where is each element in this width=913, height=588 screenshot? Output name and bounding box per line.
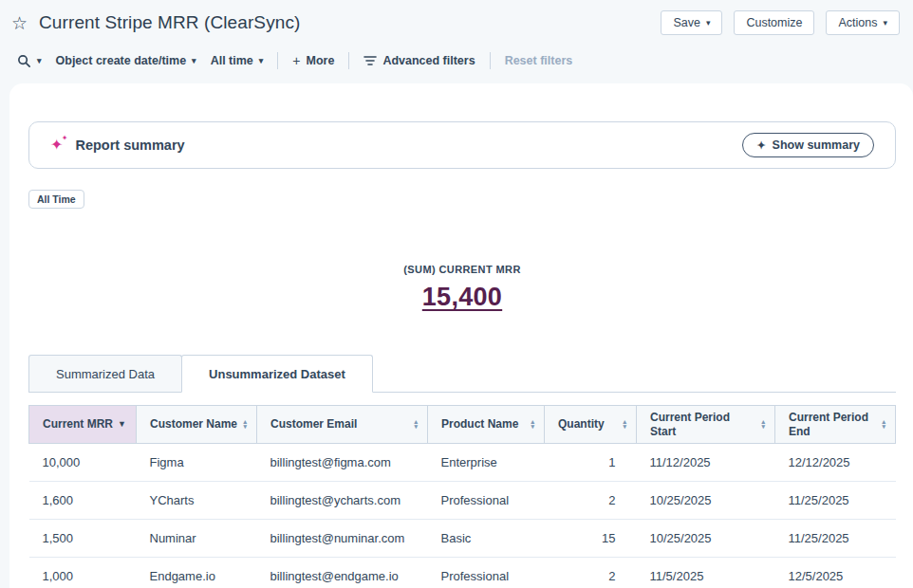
sort-icon: ▴▾ <box>761 420 765 429</box>
page-title: Current Stripe MRR (ClearSync) <box>39 12 300 33</box>
column-header-customer-email[interactable]: Customer Email▴▾ <box>257 406 428 444</box>
favorite-star-icon[interactable]: ☆ <box>11 14 28 32</box>
date-range-filter[interactable]: All time ▾ <box>211 54 264 67</box>
more-filters-button[interactable]: + More <box>292 53 334 68</box>
table-cell: 2 <box>545 482 637 520</box>
column-header-current-mrr[interactable]: Current MRR▼ <box>29 406 137 444</box>
table-cell: 1,600 <box>29 482 137 520</box>
actions-button-label: Actions <box>838 16 877 29</box>
tab-summarized-data[interactable]: Summarized Data <box>28 355 182 392</box>
page-header: ☆ Current Stripe MRR (ClearSync) Save ▾ … <box>0 0 913 46</box>
chevron-down-icon: ▾ <box>192 57 196 65</box>
chip-row: All Time <box>28 190 896 209</box>
reset-filters-button[interactable]: Reset filters <box>505 54 573 67</box>
save-button[interactable]: Save ▾ <box>661 10 722 35</box>
table-cell: YCharts <box>137 482 257 520</box>
chevron-down-icon: ▾ <box>37 57 42 65</box>
metric: (SUM) CURRENT MRR 15,400 <box>28 264 896 312</box>
actions-button[interactable]: Actions ▾ <box>826 10 900 35</box>
customize-button[interactable]: Customize <box>734 10 814 35</box>
metric-label: (SUM) CURRENT MRR <box>28 264 896 275</box>
date-range-filter-label: All time <box>211 54 253 67</box>
column-header-label: Current Period Start <box>650 411 757 439</box>
reset-filters-label: Reset filters <box>505 54 573 67</box>
show-summary-button[interactable]: ✦ Show summary <box>742 133 874 157</box>
save-button-label: Save <box>673 16 700 29</box>
column-header-quantity[interactable]: Quantity▴▾ <box>545 406 637 444</box>
data-table-wrap: Current MRR▼Customer Name▴▾Customer Emai… <box>28 405 896 588</box>
show-summary-label: Show summary <box>773 138 860 152</box>
column-header-product-name[interactable]: Product Name▴▾ <box>428 406 545 444</box>
table-cell: 12/5/2025 <box>775 558 896 588</box>
table-cell: 11/5/2025 <box>637 558 775 588</box>
table-cell: 1,500 <box>29 520 137 558</box>
column-header-label: Customer Email <box>270 417 357 432</box>
table-cell: 10/25/2025 <box>637 482 775 520</box>
table-cell: 11/12/2025 <box>637 444 775 482</box>
more-filters-label: More <box>307 54 335 67</box>
table-cell: 12/12/2025 <box>775 444 896 482</box>
plus-icon: + <box>292 53 300 68</box>
table-cell: Professional <box>428 558 545 588</box>
divider <box>490 52 491 69</box>
divider <box>348 52 349 69</box>
column-header-label: Current Period End <box>789 411 878 439</box>
table-cell: billingtest@figma.com <box>257 444 428 482</box>
sort-icon: ▴▾ <box>623 420 626 429</box>
search-button[interactable]: ▾ <box>17 54 42 68</box>
column-header-label: Quantity <box>558 417 605 432</box>
sort-icon: ▴▾ <box>882 420 885 429</box>
table-cell: 10/25/2025 <box>637 520 775 558</box>
table-row: 10,000Figmabillingtest@figma.comEnterpri… <box>29 444 896 482</box>
table-row: 1,600YChartsbillingtest@ycharts.comProfe… <box>29 482 896 520</box>
date-property-filter-label: Object create date/time <box>56 54 187 67</box>
date-property-filter[interactable]: Object create date/time ▾ <box>56 54 196 67</box>
ai-sparkle-small-icon: ✦ <box>62 135 68 142</box>
table-body: 10,000Figmabillingtest@figma.comEnterpri… <box>29 444 896 588</box>
chevron-down-icon: ▾ <box>259 57 264 65</box>
sort-icon: ▼ <box>118 420 126 429</box>
filter-bar: ▾ Object create date/time ▾ All time ▾ +… <box>0 46 913 76</box>
table-cell: Figma <box>137 444 257 482</box>
advanced-filters-icon <box>363 55 377 66</box>
ai-sparkle-icon: ✦ <box>756 140 765 151</box>
table-cell: Professional <box>428 482 545 520</box>
table-cell: Enterprise <box>428 444 545 482</box>
column-header-label: Customer Name <box>150 417 237 432</box>
chevron-down-icon: ▾ <box>883 19 887 28</box>
data-table: Current MRR▼Customer Name▴▾Customer Emai… <box>28 405 896 588</box>
sort-icon: ▴▾ <box>414 420 418 429</box>
column-header-current-period-start[interactable]: Current Period Start▴▾ <box>637 406 775 444</box>
metric-value[interactable]: 15,400 <box>422 283 502 312</box>
chevron-down-icon: ▾ <box>706 19 711 28</box>
ai-sparkle-icon: ✦✦ <box>50 138 63 153</box>
divider <box>277 52 278 69</box>
sort-icon: ▴▾ <box>243 420 247 429</box>
report-summary-card: ✦✦ Report summary ✦ Show summary <box>28 121 896 169</box>
table-cell: billingtest@endgame.io <box>257 558 428 588</box>
report-summary-title: Report summary <box>75 138 184 153</box>
table-cell: Numinar <box>137 520 257 558</box>
sort-icon: ▴▾ <box>531 420 534 429</box>
table-cell: billingtest@ycharts.com <box>257 482 428 520</box>
dataset-tabs: Summarized Data Unsummarized Dataset <box>28 355 896 393</box>
table-row: 1,000Endgame.iobillingtest@endgame.ioPro… <box>29 558 896 588</box>
column-header-current-period-end[interactable]: Current Period End▴▾ <box>775 406 896 444</box>
time-range-chip: All Time <box>28 190 84 209</box>
advanced-filters-button[interactable]: Advanced filters <box>363 54 475 67</box>
table-cell: 10,000 <box>29 444 137 482</box>
table-cell: 11/25/2025 <box>775 482 896 520</box>
table-cell: 15 <box>545 520 637 558</box>
table-cell: 1,000 <box>29 558 137 588</box>
table-cell: 11/25/2025 <box>775 520 896 558</box>
table-row: 1,500Numinarbillingtest@numinar.comBasic… <box>29 520 896 558</box>
tab-unsummarized-dataset[interactable]: Unsummarized Dataset <box>181 355 373 393</box>
column-header-customer-name[interactable]: Customer Name▴▾ <box>137 406 257 444</box>
table-head-row: Current MRR▼Customer Name▴▾Customer Emai… <box>29 406 896 444</box>
customize-button-label: Customize <box>746 16 802 29</box>
table-cell: 2 <box>545 558 637 588</box>
table-cell: Endgame.io <box>137 558 257 588</box>
report-panel: ✦✦ Report summary ✦ Show summary All Tim… <box>9 83 913 588</box>
table-cell: Basic <box>428 520 545 558</box>
table-cell: 1 <box>545 444 637 482</box>
